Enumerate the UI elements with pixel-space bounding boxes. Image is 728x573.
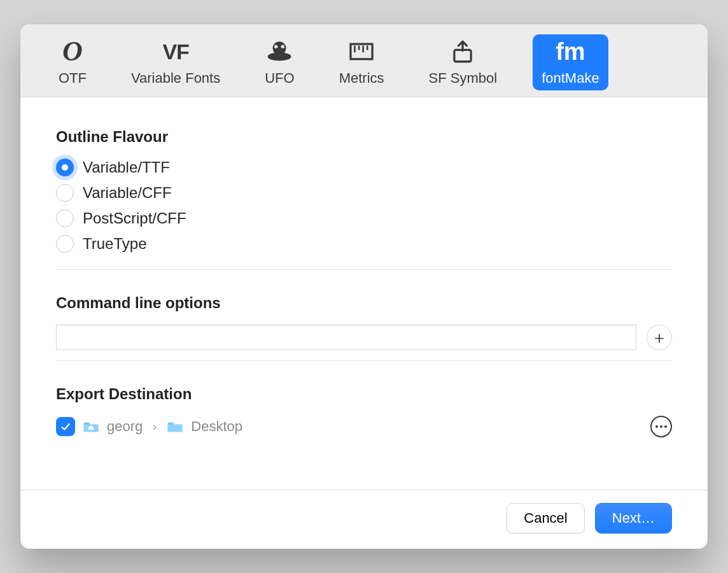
radio-truetype[interactable]: TrueType (56, 235, 672, 253)
radio-indicator (56, 209, 74, 227)
tab-label: Metrics (339, 70, 384, 87)
tab-ufo[interactable]: UFO (256, 34, 303, 90)
export-destination-menu-button[interactable] (650, 416, 672, 437)
radio-label: TrueType (83, 235, 147, 253)
add-option-button[interactable]: ＋ (647, 325, 672, 350)
svg-point-3 (281, 45, 284, 48)
svg-rect-11 (168, 425, 183, 432)
outline-flavour-title: Outline Flavour (56, 128, 672, 146)
radio-postscript-cff[interactable]: PostScript/CFF (56, 209, 672, 227)
chevron-right-icon: › (153, 420, 157, 434)
radio-indicator (56, 184, 74, 202)
variable-fonts-icon: VF (162, 38, 189, 65)
next-button[interactable]: Next… (595, 503, 672, 534)
tab-metrics[interactable]: Metrics (330, 34, 393, 90)
svg-point-2 (275, 45, 278, 48)
tab-label: fontMake (542, 70, 599, 87)
radio-indicator (56, 235, 74, 253)
folder-icon (167, 420, 183, 434)
checkmark-icon (60, 421, 71, 432)
content-area: Outline Flavour Variable/TTF Variable/CF… (20, 97, 708, 490)
plus-icon: ＋ (651, 327, 668, 349)
radio-variable-cff[interactable]: Variable/CFF (56, 184, 672, 202)
tab-label: Variable Fonts (131, 70, 220, 87)
tab-sf-symbol[interactable]: SF Symbol (420, 34, 507, 90)
export-destination-checkbox[interactable] (56, 417, 75, 436)
path-segment[interactable]: Desktop (191, 418, 242, 435)
cancel-button[interactable]: Cancel (507, 503, 584, 534)
path-segment[interactable]: georg (107, 418, 143, 435)
metrics-icon (348, 38, 375, 65)
divider (56, 360, 672, 361)
tab-variable-fonts[interactable]: VF Variable Fonts (122, 34, 229, 90)
tab-label: SF Symbol (429, 70, 498, 87)
export-dialog: O OTF VF Variable Fonts UFO Metrics (20, 24, 708, 549)
command-line-title: Command line options (56, 294, 672, 312)
otf-icon: O (59, 38, 86, 65)
command-line-input[interactable] (56, 325, 636, 350)
radio-variable-ttf[interactable]: Variable/TTF (56, 159, 672, 176)
radio-label: Variable/TTF (83, 159, 170, 176)
svg-rect-4 (351, 44, 372, 59)
ufo-icon (266, 38, 293, 65)
radio-indicator (56, 159, 74, 176)
dialog-footer: Cancel Next… (20, 490, 708, 549)
fontmake-icon: fm (557, 38, 584, 65)
folder-home-icon (83, 420, 99, 434)
svg-point-1 (268, 52, 291, 60)
radio-label: Variable/CFF (83, 184, 172, 202)
divider (56, 269, 672, 270)
sf-symbol-icon (449, 38, 476, 65)
toolbar: O OTF VF Variable Fonts UFO Metrics (20, 24, 708, 97)
tab-otf[interactable]: O OTF (50, 34, 95, 90)
export-destination-title: Export Destination (56, 385, 672, 403)
tab-fontmake[interactable]: fm fontMake (533, 34, 608, 90)
radio-label: PostScript/CFF (83, 209, 186, 227)
tab-label: OTF (59, 70, 87, 87)
tab-label: UFO (265, 70, 294, 87)
export-destination-row: georg › Desktop (56, 416, 672, 437)
